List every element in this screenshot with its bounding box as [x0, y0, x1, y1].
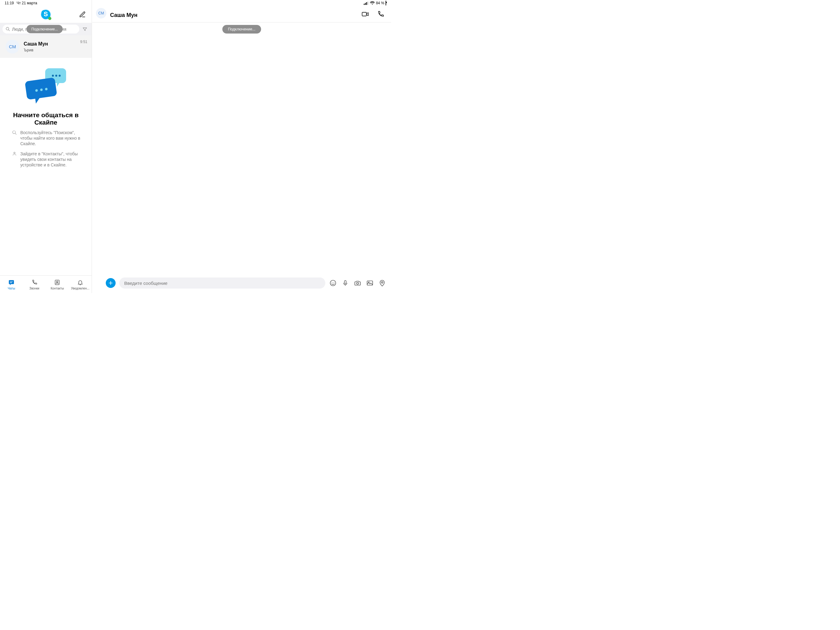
- status-bar: 11:19 Чт 21 марта 84 %: [0, 0, 391, 6]
- svg-point-8: [55, 75, 57, 77]
- connecting-toast-main: Подключение...: [222, 25, 261, 33]
- message-input[interactable]: [119, 277, 325, 288]
- svg-rect-20: [362, 12, 366, 16]
- svg-point-5: [48, 17, 51, 20]
- emoji-button[interactable]: [329, 279, 337, 287]
- avatar: СМ: [6, 40, 19, 54]
- chat-list-item[interactable]: СМ Саша Мун Ърив 9:51: [0, 35, 92, 58]
- svg-point-14: [14, 152, 15, 154]
- connecting-toast-sidebar: Подключение...: [27, 25, 63, 33]
- camera-button[interactable]: [354, 279, 362, 287]
- microphone-button[interactable]: [341, 279, 349, 287]
- filter-button[interactable]: [81, 25, 89, 33]
- tab-label: Контакты: [51, 287, 64, 290]
- avatar[interactable]: СМ: [96, 8, 106, 19]
- phone-icon: [31, 279, 38, 286]
- svg-point-27: [368, 282, 369, 283]
- svg-point-9: [59, 75, 61, 77]
- chat-time: 9:51: [80, 40, 87, 44]
- new-chat-button[interactable]: [78, 10, 87, 19]
- svg-point-22: [332, 282, 332, 283]
- composer: [92, 275, 391, 293]
- onboarding-block: Начните общаться в Скайпе Воспользуйтесь…: [0, 58, 92, 172]
- svg-point-23: [333, 282, 334, 283]
- chat-panel: СМ Саша Мун Подключение...: [92, 0, 391, 293]
- skype-logo-icon[interactable]: [40, 9, 52, 20]
- search-icon: [6, 27, 10, 32]
- onboarding-title: Начните общаться в Скайпе: [5, 111, 87, 126]
- location-button[interactable]: [378, 279, 386, 287]
- bell-icon: [77, 279, 84, 286]
- tip-text: Зайдите в "Контакты", чтобы увидеть свои…: [20, 151, 82, 168]
- tab-label: Чаты: [8, 287, 15, 290]
- connecting-label: Подключение...: [228, 27, 256, 32]
- person-icon: [12, 151, 17, 168]
- search-icon: [12, 130, 17, 147]
- tip-text: Воспользуйтесь "Поиском", чтобы найти ко…: [20, 130, 82, 147]
- svg-rect-24: [344, 280, 346, 283]
- chat-icon: [8, 279, 15, 286]
- svg-point-21: [330, 280, 336, 286]
- chat-snippet: Ърив: [24, 47, 87, 52]
- chat-body: Подключение...: [92, 22, 391, 275]
- svg-rect-3: [368, 2, 368, 5]
- connecting-label: Подключение...: [32, 27, 58, 32]
- tab-chats[interactable]: Чаты: [0, 275, 23, 293]
- battery-icon: [385, 1, 386, 5]
- contacts-icon: [54, 279, 61, 286]
- svg-rect-16: [10, 282, 13, 282]
- status-date: Чт 21 марта: [17, 1, 37, 5]
- gallery-button[interactable]: [366, 279, 374, 287]
- svg-point-19: [57, 281, 58, 283]
- tab-label: Звонки: [30, 287, 39, 290]
- tab-notifications[interactable]: Уведомлен...: [69, 275, 92, 293]
- svg-rect-15: [9, 280, 14, 284]
- wifi-icon: [370, 1, 375, 5]
- svg-point-28: [381, 282, 383, 283]
- video-call-button[interactable]: [361, 10, 369, 19]
- svg-rect-17: [10, 282, 12, 283]
- tab-label: Уведомлен...: [71, 287, 90, 290]
- chat-illustration-icon: [24, 66, 67, 106]
- add-attachment-button[interactable]: [106, 278, 115, 288]
- svg-rect-0: [364, 4, 365, 5]
- svg-point-25: [357, 282, 358, 284]
- chat-name: Саша Мун: [24, 41, 87, 47]
- tab-contacts[interactable]: Контакты: [46, 275, 69, 293]
- svg-rect-18: [55, 280, 59, 285]
- chat-title: Саша Мун: [110, 12, 357, 19]
- battery-pct: 84 %: [376, 1, 384, 5]
- sidebar: Подключение... СМ Саша Мун Ърив 9:51: [0, 0, 92, 293]
- bottom-tabs: Чаты Звонки Контакты Уведомлен...: [0, 275, 92, 293]
- audio-call-button[interactable]: [376, 10, 385, 19]
- tab-calls[interactable]: Звонки: [23, 275, 46, 293]
- status-time: 11:19: [5, 1, 14, 5]
- onboarding-tip: Зайдите в "Контакты", чтобы увидеть свои…: [12, 151, 87, 168]
- onboarding-tip: Воспользуйтесь "Поиском", чтобы найти ко…: [12, 130, 87, 147]
- svg-rect-1: [365, 3, 366, 5]
- signal-icon: [364, 2, 369, 5]
- svg-rect-26: [367, 281, 373, 285]
- svg-rect-2: [366, 2, 367, 5]
- svg-point-7: [52, 75, 54, 77]
